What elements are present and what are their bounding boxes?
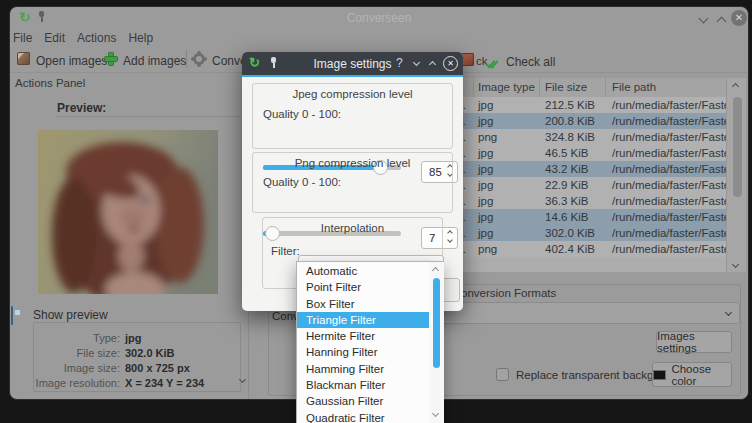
dropdown-item[interactable]: Automatic xyxy=(297,263,429,279)
column-file-path[interactable]: File path xyxy=(606,78,726,97)
images-settings-button[interactable]: Images settings xyxy=(656,331,732,353)
menu-edit[interactable]: Edit xyxy=(44,31,65,45)
show-preview-label: Show preview xyxy=(33,308,108,322)
choose-color-button[interactable]: Choose color xyxy=(652,362,732,387)
show-preview-checkbox[interactable] xyxy=(11,306,13,325)
toolbar-separator xyxy=(186,50,187,68)
image-info-panel: Type:jpgFile size:302.0 KiBImage size:80… xyxy=(33,322,241,392)
table-scrollbar-thumb[interactable] xyxy=(733,97,742,197)
jpeg-group-title: Jpeg compression level xyxy=(253,88,452,100)
png-group: Png compression level Quality 0 - 100: 7 xyxy=(252,152,453,213)
dialog-close-button[interactable]: ✕ xyxy=(443,56,458,71)
dropdown-item[interactable]: Triangle Filter xyxy=(297,312,429,328)
table-row[interactable]: ..jpg14.6 KiB/run/media/faster/Faster… xyxy=(436,209,726,225)
color-swatch xyxy=(653,370,666,380)
close-button[interactable]: ✕ xyxy=(731,10,747,26)
combo-arrow-icon xyxy=(725,309,732,316)
file-table-header: Image type File size File path xyxy=(436,78,726,97)
info-value: jpg xyxy=(125,332,234,344)
column-image-type[interactable]: Image type xyxy=(474,78,540,97)
dropdown-scrollbar-thumb[interactable] xyxy=(433,278,440,368)
info-label: File size: xyxy=(34,347,120,359)
file-table: Image type File size File path ..jpg212.… xyxy=(436,78,726,272)
column-file-size[interactable]: File size xyxy=(540,78,606,97)
table-row[interactable]: ..jpg302.0 KiB/run/media/faster/Faster… xyxy=(436,225,726,241)
spinbox-arrows-icon[interactable] xyxy=(448,231,452,242)
info-label: Image size: xyxy=(34,362,120,374)
dropdown-item[interactable]: Box Filter xyxy=(297,296,429,312)
table-row[interactable]: ..jpg22.9 KiB/run/media/faster/Faster… xyxy=(436,177,726,193)
scroll-up-icon[interactable] xyxy=(732,83,739,90)
add-images-button[interactable]: Add images xyxy=(123,54,186,68)
table-row[interactable]: ..jpg36.3 KiB/run/media/faster/Faster… xyxy=(436,193,726,209)
table-row[interactable]: ..png324.8 KiB/run/media/faster/Faster… xyxy=(436,129,726,145)
preview-image xyxy=(38,130,218,294)
check-all-icon xyxy=(488,54,496,72)
scroll-up-icon[interactable] xyxy=(432,267,439,274)
check-all-button[interactable]: Check all xyxy=(506,55,555,69)
menu-bar: FileEditActionsHelp xyxy=(13,31,153,45)
info-label: Type: xyxy=(34,332,120,344)
table-row[interactable]: ..jpg200.8 KiB/run/media/faster/Faster… xyxy=(436,113,726,129)
filter-dropdown-popup: AutomaticPoint FilterBox FilterTriangle … xyxy=(296,261,443,423)
table-scrollbar[interactable] xyxy=(726,78,746,272)
table-row[interactable]: ..png402.4 KiB/run/media/faster/Faster… xyxy=(436,241,726,257)
png-group-title: Png compression level xyxy=(253,157,452,169)
menu-file[interactable]: File xyxy=(13,31,32,45)
jpeg-quality-label: Quality 0 - 100: xyxy=(263,108,452,120)
replace-transparent-checkbox[interactable] xyxy=(496,368,509,381)
jpeg-group: Jpeg compression level Quality 0 - 100: … xyxy=(252,83,453,149)
convert-icon xyxy=(193,53,205,65)
dropdown-item[interactable]: Hanning Filter xyxy=(297,344,429,360)
dialog-help-button[interactable]: ? xyxy=(396,56,403,70)
info-value: 800 x 725 px xyxy=(125,362,234,374)
table-row[interactable]: ..jpg212.5 KiB/run/media/faster/Faster… xyxy=(436,97,726,113)
dropdown-list: AutomaticPoint FilterBox FilterTriangle … xyxy=(297,263,429,423)
filter-label: Filter: xyxy=(271,245,300,257)
interpolation-group-title: Interpolation xyxy=(263,222,442,234)
menu-actions[interactable]: Actions xyxy=(77,31,116,45)
dropdown-item[interactable]: Gaussian Filter xyxy=(297,393,429,409)
info-value: X = 234 Y = 234 xyxy=(125,377,234,389)
dropdown-item[interactable]: Quadratic Filter xyxy=(297,410,429,423)
table-row[interactable]: ..jpg46.5 KiB/run/media/faster/Faster… xyxy=(436,145,726,161)
info-label: Image resolution: xyxy=(34,377,120,389)
dropdown-scrollbar[interactable] xyxy=(429,262,444,423)
dropdown-item[interactable]: Point Filter xyxy=(297,279,429,295)
png-quality-label: Quality 0 - 100: xyxy=(263,176,452,188)
preview-label: Preview: xyxy=(57,101,106,115)
dropdown-item[interactable]: Hamming Filter xyxy=(297,361,429,377)
preview-divider xyxy=(56,116,241,117)
menu-help[interactable]: Help xyxy=(128,31,153,45)
scroll-down-icon[interactable] xyxy=(732,261,739,268)
screen: ↻ Converseen ✕ FileEditActionsHelp Open … xyxy=(0,0,752,423)
dialog-titlebar[interactable]: ↻ Image settings ? ✕ xyxy=(242,52,463,75)
dropdown-item[interactable]: Blackman Filter xyxy=(297,377,429,393)
choose-color-label: Choose color xyxy=(671,363,731,387)
open-images-icon xyxy=(17,52,30,65)
actions-panel-title: Actions Panel xyxy=(15,77,85,89)
info-value: 302.0 KiB xyxy=(125,347,234,359)
table-row[interactable]: ..jpg43.2 KiB/run/media/faster/Faster… xyxy=(436,161,726,177)
window-title: Converseen xyxy=(9,11,749,25)
open-images-button[interactable]: Open images xyxy=(36,54,107,68)
dialog-accent-line xyxy=(242,75,463,77)
dropdown-item[interactable]: Hermite Filter xyxy=(297,328,429,344)
scroll-down-icon[interactable] xyxy=(432,410,439,417)
